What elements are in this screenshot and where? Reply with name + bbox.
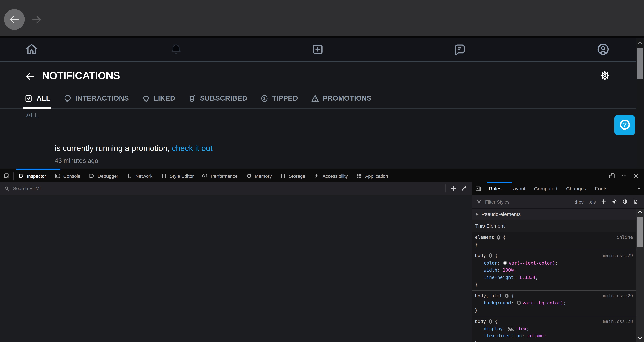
sidebar-tab-computed[interactable]: Computed xyxy=(530,182,562,195)
property-name[interactable]: flex-direction xyxy=(484,333,522,338)
rule-location[interactable]: inline xyxy=(616,234,633,241)
create-post-nav-button[interactable] xyxy=(312,43,324,56)
rules-scrollbar-thumb[interactable] xyxy=(637,217,643,247)
help-button[interactable]: ? xyxy=(614,115,635,135)
page-scrollbar-thumb[interactable] xyxy=(637,48,643,80)
rule-selector[interactable]: body, html xyxy=(475,292,502,300)
filter-funnel-icon xyxy=(476,199,482,204)
css-declaration[interactable]: line-height: 1.3334; xyxy=(475,274,633,281)
notification-item[interactable]: is currently running a promotion, check … xyxy=(55,144,213,153)
tab-console[interactable]: Console xyxy=(50,170,84,182)
markup-view[interactable] xyxy=(0,195,472,342)
sidebar-tabs-overflow-button[interactable] xyxy=(637,187,644,190)
property-value[interactable]: 100% xyxy=(503,267,514,272)
css-declaration[interactable]: background: var(--bg-color); xyxy=(475,300,633,307)
tab-all[interactable]: ALL xyxy=(24,88,50,108)
property-name[interactable]: display xyxy=(484,326,503,331)
tab-liked[interactable]: LIKED xyxy=(142,88,175,108)
toggle-hover-pseudo-button[interactable]: :hov xyxy=(575,199,584,204)
tab-application[interactable]: Application xyxy=(352,170,392,182)
settings-button[interactable] xyxy=(600,70,610,81)
highlight-target-icon[interactable] xyxy=(488,319,493,324)
tab-inspector[interactable]: Inspector xyxy=(14,170,50,182)
chevron-down-icon xyxy=(637,187,641,190)
tool-label: Performance xyxy=(211,173,238,178)
profile-nav-button[interactable] xyxy=(596,42,610,56)
plus-square-icon xyxy=(312,43,324,56)
browser-back-button[interactable] xyxy=(4,9,25,30)
browser-forward-button[interactable] xyxy=(31,14,42,26)
sidebar-tab-rules[interactable]: Rules xyxy=(484,182,506,195)
rule-selector[interactable]: body xyxy=(475,318,486,325)
light-theme-sun-icon[interactable] xyxy=(612,199,617,204)
scroll-down-icon[interactable] xyxy=(638,337,643,340)
property-name[interactable]: line-height xyxy=(484,274,514,280)
rule-location[interactable]: main.css:29 xyxy=(603,252,633,259)
property-value[interactable]: flex xyxy=(516,326,526,331)
add-new-rule-icon[interactable] xyxy=(450,186,456,192)
property-name[interactable]: width xyxy=(484,267,497,272)
tab-network[interactable]: Network xyxy=(122,170,157,182)
search-html-input[interactable] xyxy=(13,186,446,191)
element-picker-button[interactable] xyxy=(0,170,14,182)
eyedropper-icon[interactable] xyxy=(461,186,467,192)
tab-storage[interactable]: Storage xyxy=(276,170,309,182)
scroll-up-icon[interactable] xyxy=(638,41,643,44)
highlight-target-icon[interactable] xyxy=(488,253,493,258)
responsive-design-mode-button[interactable] xyxy=(606,172,618,180)
css-declaration[interactable]: color: var(--text-color); xyxy=(475,259,633,266)
chat-bubble-icon xyxy=(63,94,72,103)
property-name[interactable]: color xyxy=(484,260,497,266)
rule-location[interactable]: main.css:28 xyxy=(603,318,633,325)
colon: : xyxy=(497,267,503,272)
scroll-up-icon[interactable] xyxy=(638,210,643,214)
tab-debugger[interactable]: Debugger xyxy=(84,170,122,182)
tab-performance[interactable]: Performance xyxy=(198,170,242,182)
sidebar-toggle-button[interactable] xyxy=(472,185,484,192)
home-icon xyxy=(25,42,38,56)
tab-style-editor[interactable]: Style Editor xyxy=(157,170,198,182)
devtools-close-button[interactable] xyxy=(630,173,642,179)
property-value[interactable]: 1.3334 xyxy=(519,274,536,280)
css-declaration[interactable]: display: flex; xyxy=(475,325,633,332)
css-declaration[interactable]: flex-direction: column; xyxy=(475,332,633,340)
property-value[interactable]: var(--bg-color) xyxy=(522,300,563,306)
devtools-menu-button[interactable] xyxy=(618,173,630,179)
sidebar-tab-fonts[interactable]: Fonts xyxy=(590,182,612,195)
tab-accessibility[interactable]: Accessibility xyxy=(309,170,352,182)
color-swatch[interactable] xyxy=(503,261,507,265)
flex-highlighter-badge[interactable] xyxy=(508,326,514,330)
toggle-classes-button[interactable]: .cls xyxy=(589,199,596,204)
property-value[interactable]: column xyxy=(527,333,544,338)
home-nav-button[interactable] xyxy=(25,42,38,56)
semicolon: ; xyxy=(563,300,566,306)
css-declaration[interactable]: width: 100%; xyxy=(475,266,633,274)
tab-promotions[interactable]: PROMOTIONS xyxy=(311,88,372,108)
notification-link[interactable]: check it out xyxy=(172,144,213,152)
storage-drive-icon xyxy=(280,173,286,179)
property-value[interactable]: var(--text-color) xyxy=(509,260,555,266)
tab-subscribed[interactable]: SUBSCRIBED xyxy=(188,88,247,108)
add-rule-icon[interactable] xyxy=(601,199,606,204)
page-back-button[interactable] xyxy=(25,71,36,82)
print-stylesheet-icon[interactable] xyxy=(633,199,639,204)
rule-selector[interactable]: element xyxy=(475,234,494,241)
tab-memory[interactable]: Memory xyxy=(242,170,276,182)
highlight-target-icon[interactable] xyxy=(504,294,509,298)
filter-styles-input[interactable] xyxy=(485,199,575,204)
contrast-icon[interactable] xyxy=(622,199,628,204)
color-swatch[interactable] xyxy=(517,301,521,305)
rule-selector[interactable]: body xyxy=(475,252,486,259)
rule-location[interactable]: main.css:29 xyxy=(603,292,633,300)
highlight-target-icon[interactable] xyxy=(496,235,501,240)
property-name[interactable]: background xyxy=(484,300,511,306)
tab-interactions[interactable]: INTERACTIONS xyxy=(63,88,129,108)
sidebar-tab-layout[interactable]: Layout xyxy=(506,182,530,195)
sidebar-tab-changes[interactable]: Changes xyxy=(562,182,590,195)
tab-tipped[interactable]: $ TIPPED xyxy=(260,88,298,108)
rules-scrollbar[interactable] xyxy=(636,208,644,342)
pseudo-elements-header[interactable]: ▶ Pseudo-elements xyxy=(472,208,636,220)
messages-nav-button[interactable] xyxy=(454,43,466,56)
page-scrollbar[interactable] xyxy=(636,38,644,169)
notifications-nav-button[interactable] xyxy=(170,43,182,56)
